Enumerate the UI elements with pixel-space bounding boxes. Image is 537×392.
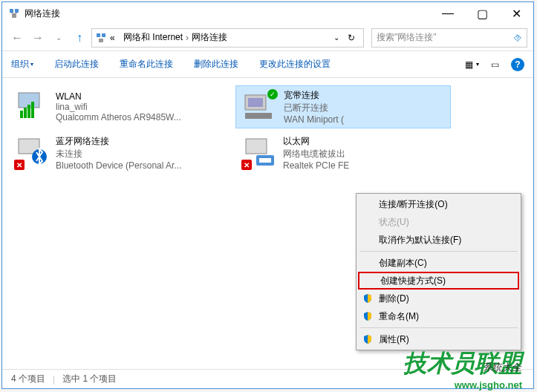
- search-input[interactable]: 搜索"网络连接" ⯑: [371, 28, 527, 48]
- svg-rect-14: [248, 98, 263, 107]
- svg-rect-0: [10, 9, 13, 13]
- help-button[interactable]: ?: [511, 58, 524, 71]
- svg-line-3: [11, 13, 14, 14]
- selected-count: 选中 1 个项目: [62, 373, 117, 385]
- start-connection-button[interactable]: 启动此连接: [54, 58, 99, 71]
- breadcrumb[interactable]: « 网络和 Internet › 网络连接 ⌄ ↻: [91, 28, 364, 48]
- disabled-badge-icon: ✕: [241, 160, 252, 170]
- refresh-button[interactable]: ↻: [342, 29, 360, 47]
- shield-icon: [362, 293, 373, 304]
- organize-menu[interactable]: 组织 ▾: [11, 58, 33, 71]
- preview-pane-button[interactable]: ▭: [491, 59, 499, 70]
- shield-icon: [362, 334, 373, 344]
- search-icon[interactable]: ⯑: [513, 33, 522, 43]
- connection-status: 未连接: [56, 148, 181, 160]
- delete-connection-button[interactable]: 删除此连接: [194, 58, 238, 71]
- chevron-down-icon: ▾: [476, 61, 479, 68]
- connection-device: WAN Miniport (: [284, 114, 344, 125]
- svg-rect-12: [31, 102, 34, 118]
- svg-line-4: [14, 13, 17, 14]
- bluetooth-icon: ✕: [14, 134, 50, 170]
- svg-rect-18: [246, 139, 267, 154]
- ctx-status: 状态(U): [358, 213, 519, 231]
- connection-device: Realtek PCIe FE: [283, 160, 349, 171]
- item-count: 4 个项目: [11, 373, 45, 385]
- ctx-delete[interactable]: 删除(D): [358, 290, 519, 307]
- connection-wlan[interactable]: WLAN lina_wifi Qualcomm Atheros AR9485W.…: [8, 85, 224, 128]
- navigation-bar: ← → ⌄ ↑ « 网络和 Internet › 网络连接 ⌄ ↻ 搜索"网络连…: [2, 24, 533, 51]
- connection-device: Qualcomm Atheros AR9485W...: [56, 112, 181, 122]
- breadcrumb-current[interactable]: 网络连接: [192, 31, 227, 44]
- ctx-create-copy[interactable]: 创建副本(C): [358, 254, 519, 272]
- breadcrumb-chevrons[interactable]: «: [110, 33, 115, 43]
- forward-button[interactable]: →: [29, 29, 47, 47]
- search-placeholder: 搜索"网络连接": [377, 31, 513, 44]
- svg-rect-11: [27, 105, 30, 118]
- up-button[interactable]: ↑: [71, 29, 88, 47]
- watermark-url: www.jsgho.net: [455, 379, 522, 391]
- close-button[interactable]: ✕: [499, 2, 533, 24]
- view-icon: ▦: [465, 59, 473, 70]
- view-menu[interactable]: ▦ ▾: [465, 59, 479, 70]
- connection-device: Bluetooth Device (Personal Ar...: [56, 160, 181, 171]
- breadcrumb-dropdown[interactable]: ⌄: [333, 33, 339, 42]
- network-connections-icon: [8, 7, 20, 19]
- minimize-button[interactable]: —: [431, 2, 465, 24]
- ethernet-icon: ✕: [241, 134, 277, 170]
- recent-dropdown[interactable]: ⌄: [50, 29, 68, 47]
- context-menu: 连接/断开连接(O) 状态(U) 取消作为默认连接(F) 创建副本(C) 创建快…: [356, 193, 521, 350]
- ctx-connect-disconnect[interactable]: 连接/断开连接(O): [358, 195, 519, 213]
- rename-connection-button[interactable]: 重命名此连接: [120, 58, 173, 71]
- svg-rect-9: [20, 111, 23, 118]
- ctx-separator: [359, 251, 518, 252]
- breadcrumb-icon: [95, 32, 107, 44]
- connection-name: 以太网: [283, 135, 349, 148]
- explorer-window[interactable]: 网络连接 — ▢ ✕ ← → ⌄ ↑ « 网络和 Internet › 网络连接…: [1, 1, 534, 389]
- broadband-icon: ✓: [242, 89, 278, 125]
- svg-rect-20: [259, 158, 271, 163]
- wifi-icon: [14, 88, 50, 124]
- change-settings-button[interactable]: 更改此连接的设置: [259, 58, 331, 71]
- ctx-create-shortcut[interactable]: 创建快捷方式(S): [358, 272, 519, 290]
- svg-rect-5: [97, 33, 100, 37]
- disabled-badge-icon: ✕: [14, 160, 25, 170]
- window-title: 网络连接: [25, 7, 431, 20]
- breadcrumb-sep: [118, 33, 120, 43]
- svg-rect-2: [12, 14, 16, 18]
- connection-name: 蓝牙网络连接: [56, 135, 181, 148]
- connection-name: WLAN: [56, 91, 181, 102]
- connection-broadband[interactable]: ✓ 宽带连接 已断开连接 WAN Miniport (: [235, 85, 451, 128]
- svg-rect-6: [102, 33, 105, 37]
- shield-icon: [362, 311, 373, 321]
- breadcrumb-sep: ›: [186, 33, 189, 43]
- chevron-down-icon: ▾: [30, 61, 33, 68]
- breadcrumb-parent[interactable]: 网络和 Internet: [123, 31, 183, 44]
- titlebar: 网络连接 — ▢ ✕: [2, 2, 533, 24]
- svg-rect-10: [24, 108, 27, 118]
- toolbar: 组织 ▾ 启动此连接 重命名此连接 删除此连接 更改此连接的设置 ▦ ▾ ▭ ?: [2, 51, 533, 78]
- ctx-cancel-default[interactable]: 取消作为默认连接(F): [358, 231, 519, 249]
- window-controls: — ▢ ✕: [431, 2, 533, 24]
- connection-status: 已断开连接: [284, 102, 344, 114]
- ctx-rename[interactable]: 重命名(M): [358, 307, 519, 325]
- back-button[interactable]: ←: [8, 29, 26, 47]
- content-area[interactable]: WLAN lina_wifi Qualcomm Atheros AR9485W.…: [2, 78, 533, 369]
- svg-rect-1: [15, 9, 19, 13]
- connection-status: lina_wifi: [56, 102, 181, 112]
- svg-rect-15: [245, 113, 272, 119]
- check-badge-icon: ✓: [267, 89, 278, 99]
- svg-rect-7: [99, 39, 103, 42]
- watermark-sub: 系统大全: [484, 361, 522, 374]
- maximize-button[interactable]: ▢: [465, 2, 499, 24]
- connection-bluetooth[interactable]: ✕ 蓝牙网络连接 未连接 Bluetooth Device (Personal …: [8, 131, 224, 174]
- connection-ethernet[interactable]: ✕ 以太网 网络电缆被拔出 Realtek PCIe FE: [235, 131, 451, 174]
- ctx-properties[interactable]: 属性(R): [358, 330, 519, 348]
- connection-status: 网络电缆被拔出: [283, 148, 349, 160]
- ctx-separator: [359, 327, 518, 328]
- connection-name: 宽带连接: [284, 89, 344, 102]
